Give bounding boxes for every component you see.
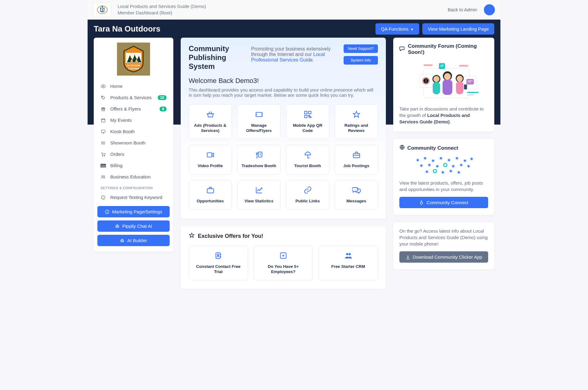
tile-label: Ads (Products & Services): [192, 123, 228, 133]
sidebar-item-home[interactable]: Home: [97, 81, 170, 92]
svg-text:stripe: stripe: [101, 165, 106, 167]
umbrella-icon: [303, 151, 312, 160]
button-label: Marketing Page/Settings: [112, 209, 162, 214]
sidebar-item-label: Request Texting Keyword: [110, 195, 167, 200]
connect-text: View the latest products, offers, job po…: [399, 180, 488, 193]
offers-heading: Exclusive Offers for You!: [198, 233, 263, 239]
sidebar-item-offers[interactable]: Offers & Flyers 8: [97, 103, 170, 114]
community-connect-button[interactable]: Community Connect: [399, 197, 488, 208]
svg-text:OUTDOOR: OUTDOOR: [127, 64, 141, 67]
tile-public-links[interactable]: Public Links: [286, 180, 329, 210]
svg-rect-44: [466, 79, 474, 84]
svg-rect-54: [443, 80, 452, 95]
eye-icon: [100, 84, 106, 89]
sidebar-item-orders[interactable]: Orders: [97, 148, 170, 160]
tile-label: Constant Contact Free Trial: [192, 264, 245, 275]
count-badge: 10: [158, 95, 167, 100]
sidebar-item-education[interactable]: Business Education: [97, 171, 170, 182]
tile-label: Ratings and Reviews: [338, 123, 375, 133]
sidebar-item-label: Kiosk Booth: [110, 129, 167, 134]
offer-tile-constant-contact[interactable]: Constant Contact Free Trial: [189, 246, 248, 280]
sidebar: OUTDOOR TARANA Home Products & Services …: [94, 38, 173, 252]
need-support-button[interactable]: Need Support?: [344, 44, 378, 53]
view-landing-button[interactable]: View Marketing Landing Page: [422, 23, 494, 35]
chat-icon: [352, 186, 361, 196]
svg-point-55: [444, 73, 451, 80]
tile-tourist[interactable]: Tourist Booth: [286, 145, 329, 174]
pippily-chat-button[interactable]: Pippily Chat AI: [97, 220, 170, 232]
sidebar-item-products[interactable]: Products & Services 10: [97, 92, 170, 103]
sidebar-item-label: Business Education: [110, 174, 167, 179]
tile-tradeshow[interactable]: Tradeshow Booth: [237, 145, 281, 174]
system-info-button[interactable]: System Info: [344, 56, 378, 65]
avatar[interactable]: [484, 4, 495, 15]
robot-icon: [120, 238, 125, 243]
svg-rect-30: [207, 153, 212, 157]
calendar-icon: [100, 118, 106, 123]
sidebar-item-label: Billing: [110, 163, 167, 168]
connect-illustration: [399, 156, 488, 175]
hero-promo: Promoting your business extensively thro…: [251, 44, 336, 63]
marketing-settings-button[interactable]: Marketing Page/Settings: [97, 206, 170, 217]
chart-icon: [255, 186, 263, 196]
svg-rect-12: [101, 130, 105, 132]
chat-icon: [399, 46, 405, 53]
svg-point-23: [118, 226, 118, 227]
top-bar: Local Products and Services Guide (Demo)…: [88, 0, 500, 20]
offer-tile-crm[interactable]: Free Starter CRM: [318, 246, 378, 280]
svg-point-74: [464, 160, 466, 162]
tile-label: Free Starter CRM: [331, 264, 365, 269]
svg-point-38: [346, 253, 348, 255]
info-icon: [105, 209, 110, 214]
offer-tile-employees[interactable]: Do You Have 5+ Employees?: [254, 246, 313, 280]
download-icon: [405, 255, 410, 260]
plus-square-icon: [279, 251, 288, 261]
app-logo[interactable]: [93, 2, 111, 17]
hero-card: Community Publishing System Promoting yo…: [181, 38, 386, 219]
svg-point-18: [104, 176, 105, 177]
tile-label: View Statistics: [244, 199, 273, 204]
quicklinks-grid: Ads (Products & Services) Manage Offers/…: [189, 104, 378, 210]
tile-jobs[interactable]: Job Postings: [335, 145, 378, 174]
robot-icon: [115, 224, 120, 229]
button-label: AI Builder: [127, 238, 147, 243]
tile-offers[interactable]: Manage Offers/Flyers: [237, 104, 281, 139]
monitor-icon: [100, 129, 106, 134]
welcome-heading: Welcome Back Demo3!: [189, 77, 378, 85]
sidebar-item-showroom[interactable]: Showroom Booth: [97, 137, 170, 148]
tile-ads[interactable]: Ads (Products & Services): [189, 104, 232, 139]
page-subtitle: Member Dashboard (Root): [118, 10, 448, 16]
clicker-card: On the go? Access latest info about Loca…: [393, 222, 494, 269]
svg-rect-48: [467, 92, 479, 93]
button-label: Pippily Chat AI: [122, 223, 152, 229]
community-connect-card: Community Connect: [393, 139, 494, 215]
sidebar-item-request-keyword[interactable]: Request Texting Keyword: [97, 192, 170, 203]
ai-builder-button[interactable]: AI Builder: [97, 235, 170, 246]
sidebar-item-billing[interactable]: stripe Billing: [97, 160, 170, 171]
svg-point-92: [426, 171, 428, 173]
hero-title: Community Publishing System: [189, 44, 244, 71]
tile-opportunities[interactable]: Opportunities: [189, 180, 232, 210]
stripe-icon: stripe: [100, 164, 106, 167]
tile-ratings[interactable]: Ratings and Reviews: [335, 104, 378, 139]
users-icon: [344, 251, 352, 261]
tile-video[interactable]: Video Profile: [189, 145, 232, 174]
back-to-admin-link[interactable]: Back to Admin: [448, 7, 477, 12]
tile-label: Manage Offers/Flyers: [241, 123, 277, 133]
sidebar-item-events[interactable]: My Events: [97, 114, 170, 126]
svg-point-96: [442, 171, 444, 173]
svg-rect-59: [464, 84, 467, 89]
sidebar-item-kiosk[interactable]: Kiosk Booth: [97, 126, 170, 137]
tile-messages[interactable]: Messages: [335, 180, 378, 210]
id-card-icon: [214, 251, 223, 261]
tile-qr[interactable]: Mobile App QR Code: [286, 104, 329, 139]
download-clicker-button[interactable]: Download Community Clicker App: [399, 251, 488, 263]
qa-functions-button[interactable]: QA Functions▼: [375, 23, 419, 35]
tile-label: Tradeshow Booth: [242, 163, 276, 169]
briefcase-icon: [206, 186, 215, 196]
tile-label: Mobile App QR Code: [289, 123, 326, 133]
svg-rect-51: [433, 82, 440, 94]
link-icon: [303, 186, 312, 196]
svg-point-72: [456, 157, 458, 159]
tile-statistics[interactable]: View Statistics: [237, 180, 281, 210]
